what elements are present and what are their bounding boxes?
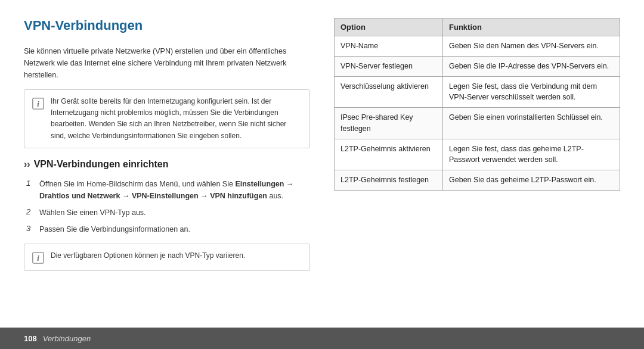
table-cell-option: VPN-Server festlegen (335, 56, 443, 76)
note-box-1: i Ihr Gerät sollte bereits für den Inter… (24, 89, 310, 148)
table-row: L2TP-Geheimnis aktivierenLegen Sie fest,… (335, 139, 620, 170)
table-cell-funktion: Geben Sie den Namen des VPN-Servers ein. (443, 36, 620, 57)
page-title: VPN-Verbindungen (24, 18, 310, 33)
steps-list: 1 Öffnen Sie im Home-Bildschirm das Menü… (24, 178, 310, 235)
note1-text: Ihr Gerät sollte bereits für den Interne… (51, 96, 302, 142)
note-icon-2: i (32, 251, 45, 264)
right-column: Option Funktion VPN-NameGeben Sie den Na… (334, 18, 620, 337)
page-container: VPN-Verbindungen Sie können virtuelle pr… (0, 0, 644, 349)
footer-bar: 108 Verbindungen (0, 328, 644, 349)
table-cell-funktion: Geben Sie das geheime L2TP-Passwort ein. (443, 170, 620, 191)
chevron-icon: ›› (24, 159, 30, 170)
table-cell-funktion: Geben Sie die IP-Adresse des VPN-Servers… (443, 56, 620, 76)
table-row: L2TP-Geheimnis festlegenGeben Sie das ge… (335, 170, 620, 191)
table-row: VPN-Server festlegenGeben Sie die IP-Adr… (335, 56, 620, 76)
footer-page-number: 108 (24, 334, 37, 343)
vpn-table: Option Funktion VPN-NameGeben Sie den Na… (334, 18, 620, 191)
step-text-2: Wählen Sie einen VPN-Typ aus. (39, 207, 146, 219)
table-row: IPsec Pre-shared Key festlegenGeben Sie … (335, 108, 620, 139)
table-header-row: Option Funktion (335, 18, 620, 36)
table-row: VPN-NameGeben Sie den Namen des VPN-Serv… (335, 36, 620, 57)
step1-plain: Öffnen Sie im Home-Bildschirm das Menü, … (39, 180, 235, 188)
step-number-3: 3 (26, 223, 35, 233)
note-icon-1: i (32, 97, 45, 110)
footer-section-label: Verbindungen (43, 334, 91, 343)
note2-text: Die verfügbaren Optionen können je nach … (51, 250, 245, 264)
intro-text: Sie können virtuelle private Netzwerke (… (24, 45, 310, 81)
left-column: VPN-Verbindungen Sie können virtuelle pr… (24, 18, 310, 337)
table-cell-funktion: Legen Sie fest, dass das geheime L2TP-Pa… (443, 139, 620, 170)
table-cell-option: IPsec Pre-shared Key festlegen (335, 108, 443, 139)
step-number-1: 1 (26, 178, 35, 188)
section-heading: ›› VPN-Verbindungen einrichten (24, 159, 310, 170)
step-item-1: 1 Öffnen Sie im Home-Bildschirm das Menü… (26, 178, 310, 202)
step-text-3: Passen Sie die Verbindungsinformationen … (39, 223, 190, 235)
note-box-2: i Die verfügbaren Optionen können je nac… (24, 244, 310, 271)
step-item-3: 3 Passen Sie die Verbindungsinformatione… (26, 223, 310, 235)
table-row: Verschlüsselung aktivierenLegen Sie fest… (335, 76, 620, 108)
step1-suffix: aus. (267, 192, 283, 200)
table-cell-option: L2TP-Geheimnis festlegen (335, 170, 443, 191)
table-header-option: Option (335, 18, 443, 36)
step-number-2: 2 (26, 207, 35, 216)
table-cell-funktion: Legen Sie fest, dass die Verbindung mit … (443, 76, 620, 108)
table-cell-option: Verschlüsselung aktivieren (335, 76, 443, 108)
step-item-2: 2 Wählen Sie einen VPN-Typ aus. (26, 207, 310, 219)
step-text-1: Öffnen Sie im Home-Bildschirm das Menü, … (39, 178, 310, 202)
table-cell-option: VPN-Name (335, 36, 443, 57)
section-heading-label: VPN-Verbindungen einrichten (34, 159, 169, 170)
table-cell-funktion: Geben Sie einen vorinstallierten Schlüss… (443, 108, 620, 139)
table-cell-option: L2TP-Geheimnis aktivieren (335, 139, 443, 170)
table-header-funktion: Funktion (443, 18, 620, 36)
